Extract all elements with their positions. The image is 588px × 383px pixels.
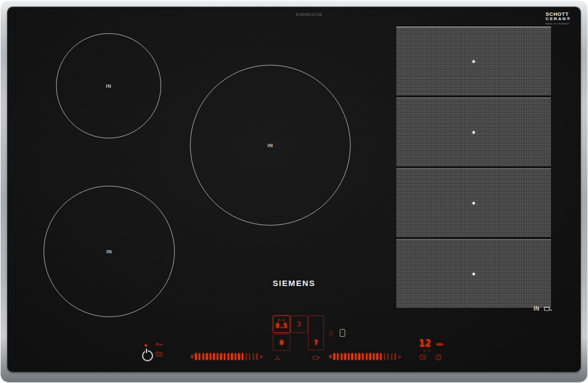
slider-segment[interactable]	[369, 353, 371, 360]
slider-boost-arrow-icon	[260, 355, 264, 359]
slider-segment[interactable]	[376, 353, 378, 360]
slider-segment[interactable]	[199, 353, 200, 360]
cooktop-product-photo: EX845LVC1E SCHOTT CERAN® MADE IN GERMANY…	[0, 0, 588, 383]
power-display-flex[interactable]: 7	[308, 315, 324, 350]
slider-segment[interactable]	[253, 353, 254, 360]
timer-unit-label: min	[437, 342, 443, 346]
flex-zone-in-marking: IN	[534, 305, 553, 312]
siemens-logo: SIEMENS	[261, 278, 327, 288]
child-lock-key-icon[interactable]	[156, 342, 163, 346]
heat-dots-icon	[329, 331, 333, 336]
timer-zone-marker-icon	[424, 349, 430, 352]
slider-segment[interactable]	[203, 353, 204, 360]
slider-segment[interactable]	[348, 353, 350, 360]
slider-segment[interactable]	[351, 353, 353, 360]
slider-segment[interactable]	[373, 353, 375, 360]
flex-induction-zone	[396, 27, 551, 310]
power-icon	[146, 349, 147, 353]
power-level-value: 8.5	[275, 322, 287, 330]
schott-ceran-logo: SCHOTT CERAN® MADE IN GERMANY	[546, 11, 577, 25]
power-indicator-led	[145, 344, 147, 346]
slider-segment[interactable]	[228, 353, 229, 360]
slider-segment[interactable]	[231, 353, 232, 360]
slider-segment[interactable]	[344, 353, 346, 360]
model-code: EX845LVC1E	[275, 13, 343, 16]
slider-zero-label: 0	[191, 354, 193, 360]
flex-zone-segment	[396, 168, 551, 237]
power-slider-left[interactable]: 0	[191, 352, 264, 361]
zone-center-dot	[473, 202, 475, 204]
slider-segment[interactable]	[384, 353, 385, 360]
flex-zone-segment	[396, 27, 551, 95]
slider-segment[interactable]	[333, 353, 335, 360]
alarm-clock-icon[interactable]	[435, 354, 442, 361]
slider-segment[interactable]	[217, 353, 218, 360]
slider-segment[interactable]	[206, 353, 207, 360]
zone-center-dot	[473, 273, 475, 275]
slider-segment[interactable]	[256, 353, 258, 360]
slider-segment[interactable]	[366, 353, 367, 360]
timer-clock-icon[interactable]	[419, 354, 426, 361]
slider-segment[interactable]	[358, 353, 360, 360]
slider-segment[interactable]	[391, 353, 393, 360]
slider-segment[interactable]	[355, 353, 357, 360]
melt-function-icon[interactable]	[274, 355, 281, 360]
power-display-front[interactable]: 0	[273, 334, 290, 351]
cooking-zone-center-large: IN	[190, 65, 351, 226]
power-slider-right[interactable]: 0	[329, 352, 402, 361]
flex-zone-segment	[396, 239, 551, 308]
slider-segment[interactable]	[238, 353, 240, 360]
frying-pan-icon[interactable]	[313, 355, 321, 360]
power-level-value: 3	[297, 320, 301, 328]
slider-segment[interactable]	[246, 353, 247, 360]
slider-segment[interactable]	[394, 353, 396, 360]
power-level-value: 7	[314, 338, 318, 346]
cooking-zone-front-left: IN	[44, 186, 175, 317]
pot-icon	[543, 305, 553, 312]
slider-segment[interactable]	[387, 353, 389, 360]
slider-zero-label: 0	[329, 354, 332, 360]
power-level-value: 0	[279, 339, 283, 346]
zone-center-dot	[473, 131, 475, 133]
slider-segment[interactable]	[224, 353, 225, 360]
slider-segment[interactable]	[341, 353, 342, 360]
power-display-secondary[interactable]: 3	[291, 315, 308, 333]
bridge-zones-icon	[278, 319, 285, 321]
slider-segment[interactable]	[380, 353, 382, 360]
flex-zone-segment	[396, 98, 551, 166]
zone-in-label: IN	[534, 306, 540, 312]
zone-in-label: IN	[106, 83, 111, 89]
slider-segment[interactable]	[210, 353, 211, 360]
power-display-bridge[interactable]: 8.5	[273, 315, 290, 333]
slider-segment[interactable]	[337, 353, 339, 360]
slider-segment[interactable]	[362, 353, 364, 360]
slider-segment[interactable]	[195, 353, 197, 360]
cooking-zone-rear-left: IN	[56, 33, 161, 138]
slider-segment[interactable]	[242, 353, 243, 360]
zone-center-dot	[473, 60, 475, 63]
zone-in-label: IN	[267, 143, 273, 148]
flex-zone-select-icon[interactable]	[340, 329, 345, 337]
power-button[interactable]	[142, 350, 153, 361]
schott-line2: CERAN®	[546, 17, 577, 21]
slider-segment[interactable]	[220, 353, 222, 360]
slider-segment[interactable]	[235, 353, 236, 360]
slider-boost-arrow-icon	[399, 355, 402, 359]
slider-segment[interactable]	[249, 353, 250, 360]
schott-subtext: MADE IN GERMANY	[546, 23, 577, 25]
timer-display: 12	[419, 338, 431, 349]
slider-segment[interactable]	[213, 353, 215, 360]
zone-in-label: IN	[106, 249, 112, 254]
pause-function-icon[interactable]	[155, 351, 163, 357]
